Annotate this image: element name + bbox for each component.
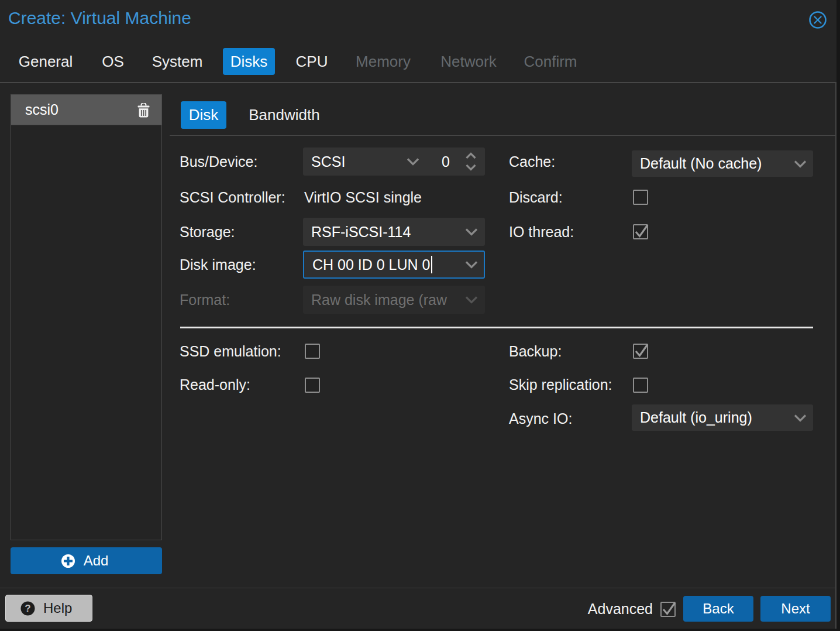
svg-text:?: ? — [25, 603, 30, 614]
